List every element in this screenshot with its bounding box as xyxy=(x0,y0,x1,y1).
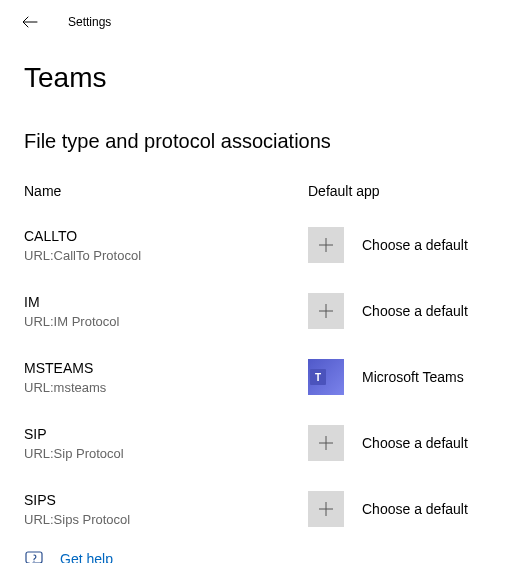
association-row: IM URL:IM Protocol Choose a default xyxy=(24,285,504,337)
content: Teams File type and protocol association… xyxy=(0,62,528,563)
app-label: Choose a default xyxy=(362,501,468,517)
app-label: Choose a default xyxy=(362,303,468,319)
app-label: Choose a default xyxy=(362,435,468,451)
app-label: Microsoft Teams xyxy=(362,369,464,385)
column-name: Name xyxy=(24,183,308,199)
teams-icon: T xyxy=(308,359,344,395)
protocol-name: CALLTO xyxy=(24,228,308,244)
default-app-button[interactable]: T Microsoft Teams xyxy=(308,359,464,395)
default-app-button[interactable]: Choose a default xyxy=(308,491,468,527)
plus-icon xyxy=(308,491,344,527)
association-row: SIPS URL:Sips Protocol Choose a default xyxy=(24,483,504,535)
column-default-app: Default app xyxy=(308,183,380,199)
page-title: Teams xyxy=(24,62,504,94)
plus-icon xyxy=(308,227,344,263)
association-row: MSTEAMS URL:msteams T Microsoft Teams xyxy=(24,351,504,403)
protocol-name: SIPS xyxy=(24,492,308,508)
protocol-desc: URL:CallTo Protocol xyxy=(24,248,308,263)
protocol-desc: URL:IM Protocol xyxy=(24,314,308,329)
plus-icon xyxy=(308,293,344,329)
default-app-button[interactable]: Choose a default xyxy=(308,227,468,263)
row-left: MSTEAMS URL:msteams xyxy=(24,360,308,395)
protocol-name: MSTEAMS xyxy=(24,360,308,376)
back-arrow-icon xyxy=(22,14,38,30)
protocol-desc: URL:Sips Protocol xyxy=(24,512,308,527)
section-title: File type and protocol associations xyxy=(24,130,504,153)
protocol-name: IM xyxy=(24,294,308,310)
association-row: SIP URL:Sip Protocol Choose a default xyxy=(24,417,504,469)
header: Settings xyxy=(0,0,528,32)
row-left: SIPS URL:Sips Protocol xyxy=(24,492,308,527)
row-left: IM URL:IM Protocol xyxy=(24,294,308,329)
header-title: Settings xyxy=(68,15,111,29)
chat-help-icon xyxy=(24,549,44,563)
association-row: CALLTO URL:CallTo Protocol Choose a defa… xyxy=(24,219,504,271)
default-app-button[interactable]: Choose a default xyxy=(308,425,468,461)
teams-badge: T xyxy=(310,369,326,385)
protocol-desc: URL:msteams xyxy=(24,380,308,395)
protocol-desc: URL:Sip Protocol xyxy=(24,446,308,461)
column-headers: Name Default app xyxy=(24,183,504,199)
help-row: Get help xyxy=(24,549,504,563)
protocol-name: SIP xyxy=(24,426,308,442)
row-left: SIP URL:Sip Protocol xyxy=(24,426,308,461)
app-label: Choose a default xyxy=(362,237,468,253)
get-help-link[interactable]: Get help xyxy=(60,551,113,563)
plus-icon xyxy=(308,425,344,461)
row-left: CALLTO URL:CallTo Protocol xyxy=(24,228,308,263)
svg-point-0 xyxy=(33,561,34,562)
back-button[interactable] xyxy=(20,12,40,32)
default-app-button[interactable]: Choose a default xyxy=(308,293,468,329)
